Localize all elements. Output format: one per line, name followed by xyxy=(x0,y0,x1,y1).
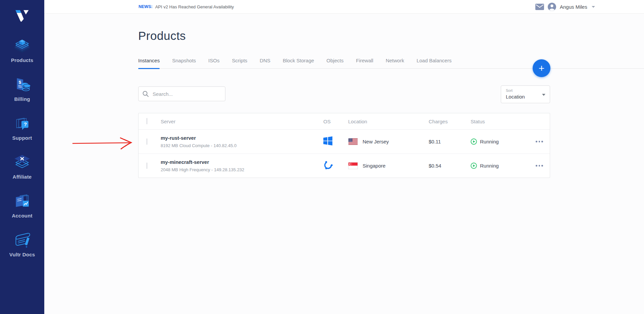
ubuntu-logo-icon xyxy=(323,161,333,171)
sidebar-item-billing[interactable]: $ Billing xyxy=(0,73,44,112)
windows-logo-icon xyxy=(323,136,332,147)
user-avatar-icon[interactable] xyxy=(548,3,556,11)
tab-isos[interactable]: ISOs xyxy=(208,57,219,68)
sidebar-nav: Products $ Billing xyxy=(0,34,44,267)
sidebar-item-label: Billing xyxy=(14,96,30,102)
products-layers-icon xyxy=(12,36,32,56)
red-annotation-arrow xyxy=(71,136,138,150)
account-cards-chart-icon xyxy=(12,192,32,211)
page-title: Products xyxy=(138,29,186,43)
sort-value: Location xyxy=(506,94,525,100)
mail-icon[interactable] xyxy=(535,4,544,10)
server-location: Singapore xyxy=(363,163,385,169)
singapore-flag-icon xyxy=(348,162,358,169)
user-name[interactable]: Angus Miles xyxy=(560,4,587,10)
sort-dropdown[interactable]: Sort Location xyxy=(501,85,550,103)
tab-dns[interactable]: DNS xyxy=(260,57,270,68)
sidebar: Products $ Billing xyxy=(0,0,44,314)
sidebar-item-affiliate[interactable]: Affiliate xyxy=(0,151,44,190)
server-row-my-rust-server[interactable]: my-rust-server 8192 MB Cloud Compute - 1… xyxy=(139,130,550,153)
sidebar-item-vultr-docs[interactable]: Vultr Docs xyxy=(0,229,44,267)
deploy-new-server-button[interactable]: + xyxy=(533,59,550,77)
server-charges: $0.11 xyxy=(429,139,471,144)
server-name: my-rust-server xyxy=(161,135,323,141)
running-status-icon xyxy=(471,138,477,145)
tab-load-balancers[interactable]: Load Balancers xyxy=(417,57,451,68)
column-header-charges: Charges xyxy=(429,119,471,124)
sidebar-item-support[interactable]: ? Support xyxy=(0,112,44,151)
table-header-row: Server OS Location Charges Status xyxy=(139,113,550,130)
sidebar-item-label: Account xyxy=(12,213,32,218)
products-tabs: Instances Snapshots ISOs Scripts DNS Blo… xyxy=(138,57,644,69)
running-status-icon xyxy=(471,163,477,169)
sidebar-item-label: Vultr Docs xyxy=(9,252,35,257)
sidebar-item-label: Affiliate xyxy=(13,174,32,180)
column-header-server: Server xyxy=(161,119,323,124)
topbar: NEWS: API v2 Has Reached General Availab… xyxy=(44,0,644,14)
main-content: Products Instances Snapshots ISOs Script… xyxy=(44,14,644,314)
server-status: Running xyxy=(480,139,499,144)
search-input[interactable] xyxy=(152,91,221,97)
sidebar-item-label: Support xyxy=(12,135,32,141)
news-text: API v2 Has Reached General Availability xyxy=(155,4,234,9)
support-question-bubble-icon: ? xyxy=(12,114,32,133)
row-actions-menu-icon[interactable] xyxy=(534,139,548,144)
server-spec: 2048 MB High Frequency - 149.28.135.232 xyxy=(161,167,323,172)
docs-book-pen-icon xyxy=(12,231,32,250)
tab-instances[interactable]: Instances xyxy=(138,57,160,68)
column-header-location: Location xyxy=(348,119,429,124)
united-states-flag-icon xyxy=(348,138,358,145)
tab-scripts[interactable]: Scripts xyxy=(232,57,247,68)
affiliate-layers-icon xyxy=(12,153,32,172)
sidebar-item-label: Products xyxy=(11,57,34,63)
vultr-logo-icon[interactable] xyxy=(15,9,30,22)
user-area: Angus Miles xyxy=(535,0,595,13)
sidebar-item-products[interactable]: Products xyxy=(0,34,44,73)
server-name: my-minecraft-server xyxy=(161,159,323,165)
search-box xyxy=(138,86,225,101)
tab-firewall[interactable]: Firewall xyxy=(356,57,373,68)
select-all-checkbox[interactable] xyxy=(147,118,147,124)
server-row-my-minecraft-server[interactable]: my-minecraft-server 2048 MB High Frequen… xyxy=(139,153,550,178)
instances-table: Server OS Location Charges Status my-rus… xyxy=(138,113,550,178)
svg-text:?: ? xyxy=(24,121,27,127)
sidebar-item-account[interactable]: Account xyxy=(0,190,44,229)
billing-invoice-coins-icon: $ xyxy=(12,75,32,95)
dropdown-caret-icon xyxy=(542,94,545,96)
server-location: New Jersey xyxy=(363,139,389,144)
vultr-dashboard: Products $ Billing xyxy=(0,0,644,314)
news-label: NEWS: xyxy=(139,4,153,9)
news-banner[interactable]: NEWS: API v2 Has Reached General Availab… xyxy=(139,0,234,13)
tab-objects[interactable]: Objects xyxy=(326,57,343,68)
sort-label: Sort xyxy=(506,88,513,92)
row-checkbox[interactable] xyxy=(147,163,147,169)
server-spec: 8192 MB Cloud Compute - 140.82.45.0 xyxy=(161,143,323,148)
server-charges: $0.54 xyxy=(429,163,471,169)
svg-text:$: $ xyxy=(19,80,21,85)
search-icon xyxy=(143,91,149,97)
chevron-down-icon[interactable] xyxy=(592,6,595,8)
column-header-os: OS xyxy=(323,119,348,124)
server-status: Running xyxy=(480,163,499,169)
tab-block-storage[interactable]: Block Storage xyxy=(283,57,314,68)
column-header-status: Status xyxy=(471,119,534,124)
tab-network[interactable]: Network xyxy=(386,57,404,68)
tab-snapshots[interactable]: Snapshots xyxy=(172,57,196,68)
row-checkbox[interactable] xyxy=(147,138,147,145)
row-actions-menu-icon[interactable] xyxy=(534,163,548,169)
